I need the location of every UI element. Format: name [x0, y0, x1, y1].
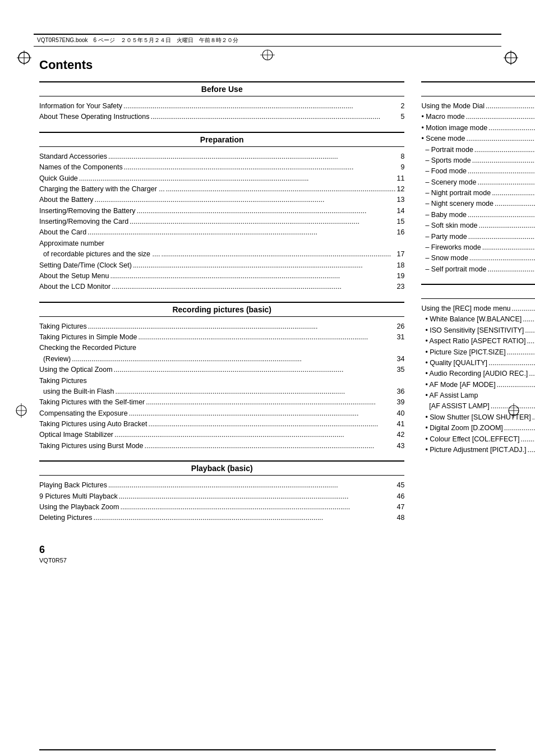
toc-entry: • Quality [QUALITY] 65 [421, 358, 535, 368]
toc-entry: Using the Optical Zoom 35 [39, 365, 404, 375]
toc-entry: • White Balance [W.BALANCE] 62 [421, 314, 535, 325]
toc-entry: Quick Guide 11 [39, 173, 404, 184]
toc-entry: Taking Pictures using Auto Bracket 41 [39, 419, 404, 430]
toc-entry: About the Battery 13 [39, 195, 404, 205]
section-title-playback-basic: Playback (basic) [39, 460, 404, 476]
corner-mark-tr [502, 49, 519, 66]
toc-entry: – Soft skin mode 58 [421, 220, 535, 231]
toc-entry: • Motion image mode 50 [421, 123, 535, 133]
toc-entry: Setting Date/Time (Clock Set) 18 [39, 260, 404, 271]
toc-entry: • ISO Sensitivity [SENSITIVITY] 64 [421, 325, 535, 336]
toc-entry: Playing Back Pictures 45 [39, 480, 404, 491]
toc-entry: • Aspect Ratio [ASPECT RATIO] 64 [421, 336, 535, 347]
toc-entry: Deleting Pictures 48 [39, 513, 404, 523]
bottom-divider [39, 749, 496, 750]
toc-entry: Charging the Battery with the Charger ..… [39, 184, 404, 195]
toc-entry: Checking the Recorded Picture [39, 343, 404, 353]
toc-entry: Taking Pictures [39, 376, 404, 386]
toc-entry: • Picture Adjustment [PICT.ADJ.] 69 [421, 445, 535, 455]
toc-entry: • Audio Recording [AUDIO REC.] 66 [421, 368, 535, 379]
toc-entry: • Macro mode 50 [421, 112, 535, 122]
toc-entry: • AF Assist Lamp [421, 390, 535, 401]
toc-entry: Approximate number [39, 238, 404, 249]
toc-entry: using the Built-in Flash 36 [39, 386, 404, 397]
mid-mark-top [259, 49, 276, 63]
toc-entry: – Fireworks mode 59 [421, 242, 535, 253]
toc-entry: • Picture Size [PICT.SIZE] 65 [421, 347, 535, 358]
section-recording-menu: Recording Menu Settings Using the [REC] … [421, 284, 535, 455]
toc-entry: – Scenery mode 55 [421, 177, 535, 188]
left-column: Before Use Information for Your Safety 2… [39, 81, 404, 533]
page: VQT0R57ENG.book 6 ページ ２０５年５月２４日 火曜日 午前８時… [0, 34, 535, 756]
toc-entry: – Food mode 55 [421, 166, 535, 177]
toc-entry: – Snow mode 59 [421, 253, 535, 264]
toc-entry: Using the Playback Zoom 47 [39, 502, 404, 513]
toc-entry: Taking Pictures 26 [39, 321, 404, 332]
toc-entry: Names of the Components 9 [39, 162, 404, 173]
header-strip: VQT0R57ENG.book 6 ページ ２０５年５月２４日 火曜日 午前８時… [34, 34, 501, 47]
section-recording-advanced: Recording pictures (advanced) Using the … [421, 81, 535, 275]
toc-entry: Inserting/Removing the Battery 14 [39, 206, 404, 216]
section-before-use: Before Use Information for Your Safety 2… [39, 81, 404, 123]
toc-entry: – Baby mode 57 [421, 210, 535, 220]
toc-entry: of recordable pictures and the size ....… [39, 249, 404, 260]
corner-mark-tl [16, 49, 33, 66]
section-title-recording-basic: Recording pictures (basic) [39, 302, 404, 317]
section-recording-basic: Recording pictures (basic) Taking Pictur… [39, 302, 404, 452]
section-title-before-use: Before Use [39, 81, 404, 96]
toc-entry: – Sports mode 54 [421, 155, 535, 166]
mid-mark-left [16, 402, 27, 421]
toc-entry: – Night portrait mode 56 [421, 188, 535, 199]
section-title-recording-advanced: Recording pictures (advanced) [421, 81, 535, 96]
page-footer: 6 VQT0R57 [39, 544, 496, 564]
two-column-layout: Before Use Information for Your Safety 2… [39, 81, 496, 533]
toc-entry: Taking Pictures in Simple Mode 31 [39, 332, 404, 343]
toc-entry: • AF Mode [AF MODE] 66 [421, 380, 535, 390]
toc-entry: • Digital Zoom [D.ZOOM] 69 [421, 423, 535, 434]
toc-entry: – Party mode 58 [421, 232, 535, 242]
toc-entry: About the Setup Menu 19 [39, 271, 404, 282]
toc-entry: Taking Pictures with the Self-timer 39 [39, 397, 404, 408]
toc-entry: • Colour Effect [COL.EFFECT] 69 [421, 434, 535, 445]
toc-entry: (Review) 34 [39, 354, 404, 365]
toc-entry: Using the Mode Dial 50 [421, 101, 535, 112]
toc-entry: – Portrait mode 54 [421, 145, 535, 155]
page-code: VQT0R57 [39, 557, 67, 564]
section-title-recording-menu: Recording Menu Settings [421, 284, 535, 299]
toc-entry: Information for Your Safety 2 [39, 101, 404, 112]
toc-entry: – Night scenery mode 56 [421, 199, 535, 209]
mid-mark-right [508, 402, 519, 421]
toc-entry: Standard Accessories 8 [39, 151, 404, 162]
toc-entry: • Scene mode 53 [421, 133, 535, 144]
header-text: VQT0R57ENG.book 6 ページ ２０５年５月２４日 火曜日 午前８時… [37, 36, 238, 44]
toc-entry: Using the [REC] mode menu 61 [421, 303, 535, 314]
section-playback-basic: Playback (basic) Playing Back Pictures 4… [39, 460, 404, 524]
right-column: Recording pictures (advanced) Using the … [421, 81, 535, 533]
toc-entry: About the LCD Monitor 23 [39, 282, 404, 292]
toc-entry: 9 Pictures Multi Playback 46 [39, 491, 404, 502]
toc-entry: About These Operating Instructions 5 [39, 112, 404, 122]
page-number: 6 [39, 544, 496, 556]
toc-entry: Taking Pictures using Burst Mode 43 [39, 441, 404, 451]
toc-entry: Compensating the Exposure 40 [39, 408, 404, 419]
toc-entry: – Self portrait mode 60 [421, 264, 535, 275]
section-preparation: Preparation Standard Accessories 8 Names… [39, 132, 404, 293]
content-area: Contents Before Use Information for Your… [39, 47, 496, 533]
section-title-preparation: Preparation [39, 132, 404, 147]
toc-entry: Optical Image Stabilizer 42 [39, 430, 404, 440]
toc-entry: Inserting/Removing the Card 15 [39, 216, 404, 227]
toc-entry: About the Card 16 [39, 227, 404, 238]
